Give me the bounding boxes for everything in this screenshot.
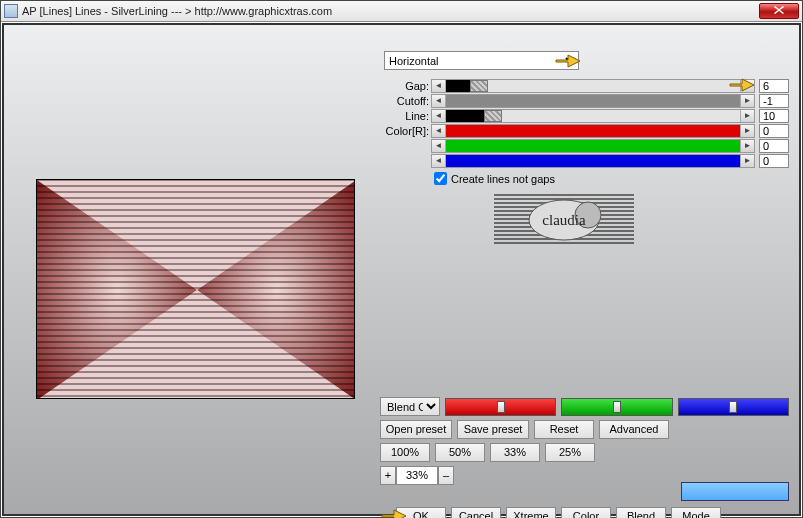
advanced-button[interactable]: Advanced (599, 420, 669, 439)
line-dec[interactable]: ◄ (432, 110, 446, 122)
blend-options-select[interactable]: Blend Options (380, 397, 440, 416)
window-title: AP [Lines] Lines - SilverLining --- > ht… (22, 5, 759, 17)
zoom-out-button[interactable]: – (438, 466, 454, 485)
cutoff-value[interactable]: -1 (759, 94, 789, 108)
gap-dec[interactable]: ◄ (432, 80, 446, 92)
gap-inc[interactable]: ► (740, 80, 754, 92)
cutoff-inc[interactable]: ► (740, 95, 754, 107)
blend-b-slider[interactable] (678, 398, 789, 416)
color-r-slider[interactable]: ◄ ► (431, 124, 755, 138)
gap-value[interactable]: 6 (759, 79, 789, 93)
zoom-in-button[interactable]: + (380, 466, 396, 485)
create-lines-row: Create lines not gaps (434, 172, 789, 185)
color-r-row: Color[R]: ◄ ► 0 (384, 123, 789, 138)
preview-image (37, 180, 355, 399)
zoom-value[interactable]: 33% (396, 466, 438, 485)
gap-label: Gap: (384, 80, 431, 92)
controls-panel: Horizontal Gap: ◄ ► 6 (384, 51, 789, 185)
r-inc[interactable]: ► (740, 125, 754, 137)
action-row: OK Cancel Xtreme Color Blend Mode (396, 507, 721, 518)
orientation-row: Horizontal (384, 51, 789, 70)
color-b-slider[interactable]: ◄ ► (431, 154, 755, 168)
gap-row: Gap: ◄ ► 6 (384, 78, 789, 93)
titlebar[interactable]: AP [Lines] Lines - SilverLining --- > ht… (1, 1, 802, 22)
window-icon (4, 4, 18, 18)
line-slider[interactable]: ◄ ► (431, 109, 755, 123)
color-b-row: ◄ ► 0 (384, 153, 789, 168)
g-dec[interactable]: ◄ (432, 140, 446, 152)
preset-row: Open preset Save preset Reset Advanced (380, 420, 789, 439)
color-g-slider[interactable]: ◄ ► (431, 139, 755, 153)
color-r-value[interactable]: 0 (759, 124, 789, 138)
save-preset-button[interactable]: Save preset (457, 420, 529, 439)
gap-slider[interactable]: ◄ ► (431, 79, 755, 93)
logo-text: claudia (542, 212, 586, 228)
percent-row: 100% 50% 33% 25% (380, 443, 789, 462)
create-lines-label: Create lines not gaps (451, 173, 555, 185)
color-b-value[interactable]: 0 (759, 154, 789, 168)
close-button[interactable] (759, 3, 799, 19)
color-g-row: ◄ ► 0 (384, 138, 789, 153)
cutoff-dec[interactable]: ◄ (432, 95, 446, 107)
pct-100-button[interactable]: 100% (380, 443, 430, 462)
reset-button[interactable]: Reset (534, 420, 594, 439)
pct-33-button[interactable]: 33% (490, 443, 540, 462)
g-inc[interactable]: ► (740, 140, 754, 152)
line-label: Line: (384, 110, 431, 122)
cutoff-label: Cutoff: (384, 95, 431, 107)
pct-50-button[interactable]: 50% (435, 443, 485, 462)
blend-button[interactable]: Blend (616, 507, 666, 518)
pct-25-button[interactable]: 25% (545, 443, 595, 462)
blend-row: Blend Options (380, 397, 789, 416)
close-icon (774, 6, 784, 14)
color-r-label: Color[R]: (384, 125, 431, 137)
color-g-value[interactable]: 0 (759, 139, 789, 153)
line-row: Line: ◄ ► 10 (384, 108, 789, 123)
open-preset-button[interactable]: Open preset (380, 420, 452, 439)
line-inc[interactable]: ► (740, 110, 754, 122)
cancel-button[interactable]: Cancel (451, 507, 501, 518)
blend-r-slider[interactable] (445, 398, 556, 416)
b-dec[interactable]: ◄ (432, 155, 446, 167)
bottom-panel: Blend Options Open preset Save preset Re… (380, 397, 789, 489)
mode-button[interactable]: Mode (671, 507, 721, 518)
line-value[interactable]: 10 (759, 109, 789, 123)
cutoff-slider[interactable]: ◄ ► (431, 94, 755, 108)
color-button[interactable]: Color (561, 507, 611, 518)
r-dec[interactable]: ◄ (432, 125, 446, 137)
xtreme-button[interactable]: Xtreme (506, 507, 556, 518)
ok-button[interactable]: OK (396, 507, 446, 518)
b-inc[interactable]: ► (740, 155, 754, 167)
create-lines-checkbox[interactable] (434, 172, 447, 185)
claudia-logo: claudia (494, 193, 634, 248)
color-swatch[interactable] (681, 482, 789, 501)
client-area: Horizontal Gap: ◄ ► 6 (2, 23, 801, 516)
preview-panel (36, 179, 355, 399)
plugin-window: AP [Lines] Lines - SilverLining --- > ht… (0, 0, 803, 518)
cutoff-row: Cutoff: ◄ ► -1 (384, 93, 789, 108)
blend-g-slider[interactable] (561, 398, 672, 416)
orientation-select[interactable]: Horizontal (384, 51, 579, 70)
